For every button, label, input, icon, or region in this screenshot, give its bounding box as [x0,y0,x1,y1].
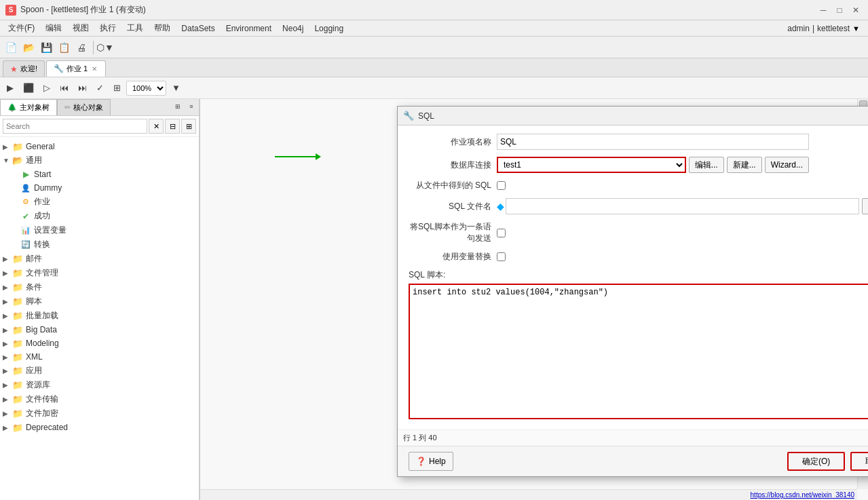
tab-close-icon[interactable]: ✕ [90,65,98,73]
grid-button[interactable]: ⊞ [109,80,125,96]
step-button[interactable]: ⏭ [74,80,91,96]
sql-file-input[interactable] [506,198,859,214]
tree-item-filetransfer[interactable]: ▶ 📁 文件传输 [0,392,199,406]
folder-icon: 📁 [12,408,23,419]
folder-icon: 📁 [12,422,23,433]
menu-edit[interactable]: 编辑 [40,21,67,35]
tree-label: 文件管理 [26,267,58,279]
tab-welcome[interactable]: ★ 欢迎! [3,60,45,77]
tree-item-setvariable[interactable]: 📊 设置变量 [0,223,199,237]
search-input[interactable] [3,119,147,134]
toolbar-saveas[interactable]: 📋 [56,39,72,56]
menu-environment[interactable]: Environment [221,22,277,35]
var-icon: 📊 [20,225,31,236]
tree-item-job[interactable]: ⚙ 作业 [0,195,199,209]
menu-logging[interactable]: Logging [309,22,349,35]
folder-icon: 📁 [12,282,23,293]
check-button[interactable]: ✓ [92,80,108,96]
tree-item-filemanage[interactable]: ▶ 📁 文件管理 [0,266,199,280]
tree-label: 应用 [26,365,42,377]
form-row-dbconnect: 数据库连接 test1 编辑... 新建... Wizard... [409,157,868,173]
use-var-checkbox[interactable] [497,252,506,261]
tree-item-trans[interactable]: 🔄 转换 [0,237,199,252]
ok-button[interactable]: 确定(O) [787,452,845,471]
toolbar-layers[interactable]: ⬡▼ [97,39,113,56]
tree-item-app[interactable]: ▶ 📁 应用 [0,364,199,378]
db-edit-button[interactable]: 编辑... [689,157,724,173]
folder-icon: 📁 [12,351,23,362]
play-button[interactable]: ▷ [39,80,54,96]
tree-item-deprecated[interactable]: ▶ 📁 Deprecated [0,421,199,434]
db-new-button[interactable]: 新建... [727,157,762,173]
user-info: admin | kettletest ▼ [787,24,865,33]
tree-label: 邮件 [26,253,42,265]
dialog-body: 作业项名称 数据库连接 test1 编辑... 新建... Wizard... [398,126,868,429]
tab-job1[interactable]: 🔧 作业 1 ✕ [46,60,106,77]
folder-icon: 📁 [12,324,23,335]
tree-item-mail[interactable]: ▶ 📁 邮件 [0,252,199,266]
maximize-button[interactable]: □ [833,3,846,17]
menu-help[interactable]: 帮助 [149,21,176,35]
collapse-all-button[interactable]: ⊟ [165,119,180,134]
prev-button[interactable]: ⏮ [56,80,73,96]
help-button[interactable]: ❓ Help [409,452,453,471]
toolbar-new[interactable]: 📄 [3,39,19,56]
panel-tab-main[interactable]: 🌲 主对象树 [0,99,57,115]
sql-editor[interactable] [409,284,868,419]
browse-button[interactable]: 浏览(B)... [862,198,868,214]
zoom-select[interactable]: 100% [126,81,166,96]
tree-label: XML [26,352,43,362]
tree-item-bulkload[interactable]: ▶ 📁 批量加载 [0,309,199,323]
tree-item-repository[interactable]: ▶ 📁 资源库 [0,378,199,392]
tree-label: Modeling [26,339,59,348]
canvas-area[interactable]: Dummy https://blog.csdn.net/weixin_38140… [200,99,868,500]
window-controls: ─ □ ✕ [816,3,863,17]
tree-item-success[interactable]: ✔ 成功 [0,209,199,223]
menu-execute[interactable]: 执行 [94,21,121,35]
stop-button[interactable]: ⬛ [19,80,38,96]
tree-item-dummy[interactable]: 👤 Dummy [0,181,199,195]
from-file-checkbox[interactable] [497,181,506,190]
tree-item-condition[interactable]: ▶ 📁 条件 [0,280,199,294]
expand-icon: ▶ [3,396,12,403]
tree-item-fileencrypt[interactable]: ▶ 📁 文件加密 [0,406,199,421]
zoom-dropdown[interactable]: ▼ [168,80,185,96]
tree-item-general[interactable]: ▶ 📁 General [0,140,199,153]
cancel-button[interactable]: 取消(C) [850,452,868,471]
toolbar-print[interactable]: 🖨 [73,39,90,56]
tree-item-xml[interactable]: ▶ 📁 XML [0,350,199,364]
job-name-input[interactable] [497,134,809,150]
menu-tools[interactable]: 工具 [121,21,149,35]
db-connect-select[interactable]: test1 [497,157,686,173]
toolbar-open[interactable]: 📂 [20,39,37,56]
expand-all-button[interactable]: ⊞ [181,119,196,134]
minimize-button[interactable]: ─ [816,3,830,17]
folder-icon: 📁 [12,296,23,307]
search-clear-button[interactable]: ✕ [149,119,164,134]
menu-view[interactable]: 视图 [67,21,94,35]
tree-item-bigdata[interactable]: ▶ 📁 Big Data [0,323,199,336]
tree-item-general-cn[interactable]: ▼ 📂 通用 [0,153,199,168]
tree-item-modeling[interactable]: ▶ 📁 Modeling [0,336,199,350]
sql-file-label: SQL 文件名 [409,201,497,212]
tree-item-start[interactable]: ▶ Start [0,168,199,181]
work-toolbar: ▶ ⬛ ▷ ⏮ ⏭ ✓ ⊞ 100% ▼ [0,77,868,99]
dialog-overlay: 🔧 SQL ─ □ ✕ 作业项名称 数据库连接 [200,99,868,500]
toolbar-save[interactable]: 💾 [38,39,54,56]
expand-icon: ▶ [3,269,12,277]
run-button[interactable]: ▶ [3,80,18,96]
tree-item-script[interactable]: ▶ 📁 脚本 [0,294,199,309]
panel-btn-grid[interactable]: ⊞ [172,100,184,113]
menu-datasets[interactable]: DataSets [176,22,220,35]
db-wizard-button[interactable]: Wizard... [765,157,809,173]
title-bar: S Spoon - [kettletest] 作业 1 (有变动) ─ □ ✕ [0,0,868,20]
send-as-one-checkbox[interactable] [497,229,506,237]
tree-label: Dummy [34,183,62,193]
panel-tab-core[interactable]: ✏ 核心对象 [57,99,111,115]
tree-label: 文件加密 [26,408,58,419]
panel-btn-list[interactable]: ≡ [185,100,197,113]
close-button[interactable]: ✕ [849,3,863,17]
menu-file[interactable]: 文件(F) [3,21,40,35]
db-dropdown-button[interactable]: ▼ [852,24,860,33]
menu-neo4j[interactable]: Neo4j [277,22,309,35]
